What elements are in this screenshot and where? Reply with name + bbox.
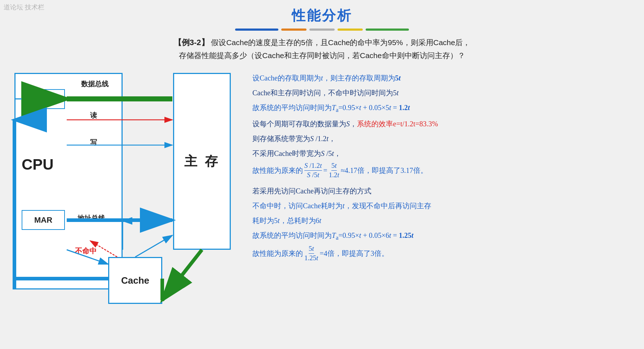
analysis-line4-pre: 设每个周期可存取的数据量为S，	[252, 120, 357, 128]
question-text1: 假设Cache的速度是主存的5倍，且Cache的命中率为95%，则采用Cache…	[211, 38, 470, 47]
analysis-panel: 设Cache的存取周期为t，则主存的存取周期为5t Cache和主存同时访问，不…	[252, 69, 633, 264]
no-hit-label: 不命中	[75, 246, 97, 256]
analysis-line11: 故系统的平均访问时间为Ta=0.95×t + 0.05×6t = 1.25t	[252, 229, 633, 244]
analysis-line12-suffix: =4倍，即提高了3倍。	[320, 247, 389, 260]
watermark: 道论坛 技术栏	[4, 3, 44, 12]
color-bar-item	[281, 29, 306, 31]
mar-box: MAR	[22, 210, 65, 230]
color-bar-item	[338, 29, 363, 31]
analysis-line3: 故系统的平均访问时间为Ta=0.95×t + 0.05×5t = 1.2t	[252, 101, 633, 116]
addr-bus-label: 地址总线	[78, 214, 105, 223]
analysis-line7-frac1: S /1.2t S /5t	[304, 162, 322, 179]
data-bus-label: 数据总线	[81, 79, 109, 89]
frac2-denom: 1.2t	[329, 171, 339, 179]
svg-line-18	[135, 235, 172, 257]
frac3-numer: 5t	[309, 245, 314, 254]
color-bar-item	[366, 29, 409, 31]
diagram: CPU MDR MAR 主 存 Cache 数据总线 读 写 地址总线 不命中	[11, 69, 242, 322]
analysis-line8: 若采用先访问Cache再访问主存的方式	[252, 184, 633, 198]
analysis-line7-frac2: 5t 1.2t	[329, 162, 339, 179]
analysis-line4-red: 系统的效率e=t/1.2t=83.3%	[357, 120, 438, 128]
analysis-line5: 则存储系统带宽为S /1.2t，	[252, 132, 633, 145]
question-prefix: 【例3-2】	[174, 38, 209, 47]
question-box: 【例3-2】 假设Cache的速度是主存的5倍，且Cache的命中率为95%，则…	[0, 36, 644, 62]
color-bar	[0, 29, 644, 31]
analysis-line9: 不命中时，访问Cache耗时为t，发现不命中后再访问主存	[252, 199, 633, 213]
analysis-line12-pre: 故性能为原来的	[252, 247, 303, 260]
analysis-line7-suffix: ≈4.17倍，即提高了3.17倍。	[341, 164, 428, 177]
analysis-line7-eq: =	[323, 164, 327, 177]
page-title: 性能分析	[0, 0, 644, 25]
question-line1: 【例3-2】 假设Cache的速度是主存的5倍，且Cache的命中率为95%，则…	[0, 36, 644, 49]
analysis-line1: 设Cache的存取周期为t，则主存的存取周期为5t	[252, 71, 633, 85]
analysis-line4: 设每个周期可存取的数据量为S，系统的效率e=t/1.2t=83.3%	[252, 117, 633, 131]
analysis-line12: 故性能为原来的 5t 1.25t =4倍，即提高了3倍。	[252, 245, 633, 262]
read-label: 读	[90, 111, 97, 120]
write-label: 写	[90, 138, 97, 147]
analysis-line2: Cache和主存同时访问，不命中时访问时间为5t	[252, 86, 633, 100]
svg-line-14	[162, 250, 202, 300]
mdr-box: MDR	[22, 89, 65, 109]
question-line2: 存储器性能提高多少（设Cache和主存同时被访问，若Cache命中则中断访问主存…	[0, 49, 644, 62]
frac3-denom: 1.25t	[304, 254, 318, 262]
color-bar-item	[309, 29, 335, 31]
cpu-label: CPU	[22, 156, 54, 173]
analysis-line10: 耗时为5t，总耗时为6t	[252, 214, 633, 227]
main-content: CPU MDR MAR 主 存 Cache 数据总线 读 写 地址总线 不命中	[0, 69, 644, 322]
cache-box: Cache	[108, 257, 162, 304]
analysis-line6: 不采用Cache时带宽为S /5t，	[252, 147, 633, 160]
color-bar-item	[235, 29, 278, 31]
analysis-line12-frac: 5t 1.25t	[304, 245, 318, 262]
main-memory-box: 主 存	[173, 73, 231, 250]
frac2-numer: 5t	[331, 162, 337, 171]
analysis-line7: 故性能为原来的 S /1.2t S /5t = 5t 1.2t ≈4.17倍，即…	[252, 162, 633, 179]
frac1-numer: S /1.2t	[304, 162, 322, 171]
analysis-line7-pre: 故性能为原来的	[252, 164, 303, 177]
frac1-denom: S /5t	[307, 171, 319, 179]
